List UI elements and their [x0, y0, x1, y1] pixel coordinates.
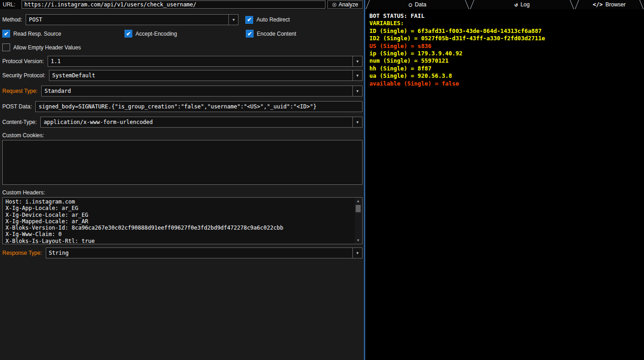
- read-resp-source-label: Read Resp. Source: [13, 31, 61, 37]
- encode-content-label: Encode Content: [257, 31, 296, 37]
- browser-code-icon: </>: [593, 1, 603, 8]
- variable-line: ID (Single) = 6f3afd31-f003-43de-864d-14…: [369, 27, 640, 35]
- read-resp-source-group: Read Resp. Source: [2, 30, 124, 38]
- headers-scrollbar[interactable]: ▲ ▼: [355, 198, 362, 243]
- variable-line: ID2 (Single) = 0527f05b-d31f-43ff-a330-f…: [369, 35, 640, 42]
- chevron-down-icon[interactable]: ▼: [228, 15, 238, 25]
- security-protocol-dropdown[interactable]: SystemDefault ▼: [49, 70, 363, 81]
- tab-data[interactable]: ○Data: [365, 0, 470, 9]
- url-bar: URL: https://i.instagram.com/api/v1/user…: [0, 0, 364, 9]
- auto-redirect-checkbox[interactable]: [245, 16, 253, 24]
- variable-line: num (Single) = 55970121: [369, 57, 640, 64]
- custom-cookies-textarea[interactable]: [2, 140, 363, 185]
- tab-label: Log: [520, 1, 530, 8]
- request-type-value: Standard: [44, 88, 71, 94]
- request-form: Method: POST ▼ Auto Redirect Read Resp. …: [0, 9, 364, 360]
- protocol-version-value: 1.1: [51, 58, 61, 64]
- allow-empty-header-values-label: Allow Empty Header Values: [13, 44, 81, 51]
- scroll-up-icon[interactable]: ▲: [355, 198, 362, 204]
- url-input[interactable]: https://i.instagram.com/api/v1/users/che…: [22, 0, 325, 9]
- post-data-label: POST Data:: [2, 103, 32, 110]
- variable-line: hh (Single) = 8f87: [369, 65, 640, 72]
- tab-label: Browser: [606, 1, 626, 8]
- method-dropdown[interactable]: POST ▼: [26, 14, 238, 25]
- chevron-down-icon[interactable]: ▼: [352, 86, 362, 96]
- output-tab-bar: ○Data↺Log</>Browser: [365, 0, 644, 9]
- scrollbar-thumb[interactable]: [356, 205, 361, 212]
- variable-line: ip (Single) = 179.3.9.40.92: [369, 50, 640, 57]
- request-builder-window: URL: https://i.instagram.com/api/v1/user…: [0, 0, 644, 360]
- tab-browser[interactable]: </>Browser: [574, 0, 644, 9]
- read-resp-source-checkbox[interactable]: [2, 30, 10, 38]
- data-circle-icon: ○: [409, 1, 412, 8]
- custom-headers-textarea[interactable]: Host: i.instagram.com X-Ig-App-Locale: a…: [2, 197, 363, 244]
- url-value: https://i.instagram.com/api/v1/users/che…: [24, 1, 196, 8]
- protocol-version-dropdown[interactable]: 1.1 ▼: [48, 56, 363, 67]
- custom-cookies-label: Custom Cookies:: [2, 132, 44, 139]
- security-protocol-label: Security Protocol:: [2, 72, 45, 79]
- bot-output: BOT STATUS: FAIL VARIABLES: ID (Single) …: [365, 9, 644, 360]
- response-type-label: Response Type:: [2, 250, 42, 256]
- accept-encoding-group: Accept-Encoding: [124, 30, 246, 38]
- variables-title: VARIABLES:: [369, 20, 640, 27]
- variable-line: US (Single) = s836: [369, 43, 640, 50]
- chevron-down-icon[interactable]: ▼: [352, 248, 362, 258]
- security-protocol-value: SystemDefault: [52, 72, 95, 79]
- request-type-label: Request Type:: [2, 88, 38, 94]
- analyze-label: Analyze: [339, 1, 358, 8]
- response-type-dropdown[interactable]: String ▼: [46, 247, 363, 258]
- log-history-icon: ↺: [514, 1, 518, 8]
- method-value: POST: [29, 16, 42, 23]
- allow-empty-header-values-checkbox[interactable]: [2, 43, 10, 51]
- custom-headers-content: Host: i.instagram.com X-Ig-App-Locale: a…: [5, 199, 353, 244]
- request-config-panel: URL: https://i.instagram.com/api/v1/user…: [0, 0, 364, 360]
- scroll-down-icon[interactable]: ▼: [355, 237, 362, 243]
- bot-status: BOT STATUS: FAIL: [369, 12, 640, 20]
- chevron-down-icon[interactable]: ▼: [352, 70, 362, 81]
- post-data-input[interactable]: signed_body=SIGNATURE.{"is_group_creatio…: [35, 101, 363, 112]
- chevron-down-icon[interactable]: ▼: [352, 117, 362, 127]
- protocol-version-label: Protocol Version:: [2, 58, 44, 64]
- auto-redirect-group: Auto Redirect: [245, 16, 293, 24]
- auto-redirect-label: Auto Redirect: [256, 16, 290, 23]
- variable-line: available (Single) = false: [369, 80, 640, 87]
- custom-headers-label: Custom Headers:: [2, 189, 45, 196]
- response-type-value: String: [49, 250, 69, 256]
- request-type-dropdown[interactable]: Standard ▼: [41, 86, 363, 97]
- analyze-button[interactable]: Analyze: [327, 0, 363, 9]
- method-label: Method:: [2, 16, 22, 23]
- tab-log[interactable]: ↺Log: [470, 0, 574, 9]
- post-data-value: signed_body=SIGNATURE.{"is_group_creatio…: [38, 103, 316, 110]
- allow-empty-header-values-group: Allow Empty Header Values: [2, 43, 85, 51]
- encode-content-group: Encode Content: [246, 30, 300, 38]
- content-type-label: Content-Type:: [2, 119, 37, 125]
- content-type-value: application/x-www-form-urlencoded: [43, 119, 152, 125]
- accept-encoding-label: Accept-Encoding: [135, 31, 177, 37]
- tab-label: Data: [415, 1, 426, 8]
- variables-list: ID (Single) = 6f3afd31-f003-43de-864d-14…: [369, 27, 640, 87]
- output-panel: ○Data↺Log</>Browser BOT STATUS: FAIL VAR…: [365, 0, 644, 360]
- url-label: URL:: [3, 1, 15, 8]
- analyze-icon: [332, 3, 336, 7]
- content-type-dropdown[interactable]: application/x-www-form-urlencoded ▼: [40, 117, 363, 128]
- encode-content-checkbox[interactable]: [246, 30, 254, 38]
- chevron-down-icon[interactable]: ▼: [352, 56, 362, 66]
- variable-line: ua (Single) = 920.56.3.8: [369, 72, 640, 80]
- accept-encoding-checkbox[interactable]: [124, 30, 132, 38]
